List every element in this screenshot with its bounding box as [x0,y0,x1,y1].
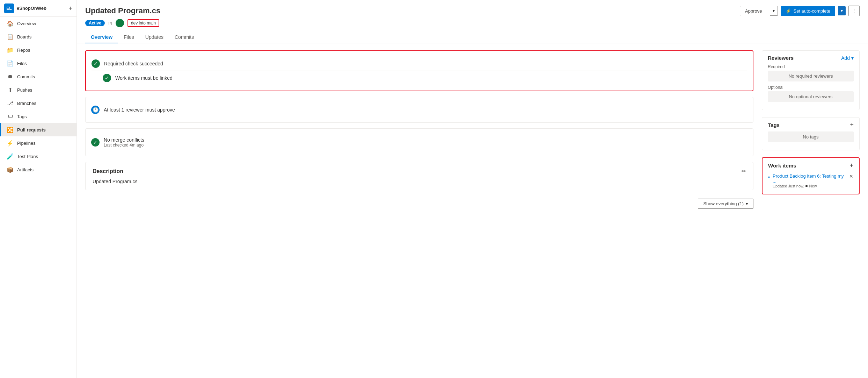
merge-conflicts-label: No merge conflicts [104,137,144,143]
show-everything-row: Show everything (1) ▾ [85,196,753,209]
show-everything-button[interactable]: Show everything (1) ▾ [698,199,753,209]
description-title: Description [93,168,123,174]
left-column: ✓ Required check succeeded ✓ Work items … [85,50,762,371]
reviewer-check-section: 🕐 At least 1 reviewer must approve [85,97,753,123]
pr-branch: dev into main [127,19,159,27]
org-avatar: EL [4,3,14,13]
pushes-icon: ⬆ [7,86,14,93]
work-items-check-icon: ✓ [103,74,111,82]
tab-updates[interactable]: Updates [140,31,169,43]
sidebar-item-branches[interactable]: ⎇ Branches [0,97,76,110]
work-item-info: ▪ Product Backlog Item 6: Testing my ...… [768,173,846,188]
sidebar-label-files: Files [17,61,27,66]
more-options-button[interactable]: ⋮ [848,6,860,16]
main-content: Updated Program.cs Approve ▾ ⚡ Set auto-… [77,0,868,378]
work-item-icon: ▪ [768,174,770,180]
sidebar-item-files[interactable]: 📄 Files [0,57,76,70]
sidebar-item-tags[interactable]: 🏷 Tags [0,110,76,123]
sidebar-add-button[interactable]: + [68,5,72,12]
reviewers-title: Reviewers [768,55,794,61]
tab-overview[interactable]: Overview [85,31,118,43]
tags-section-header: Tags + [768,122,854,128]
pr-id: !4 [108,21,112,26]
sidebar: EL eShopOnWeb + 🏠 Overview 📋 Boards 📁 Re… [0,0,77,378]
description-text: Updated Program.cs [93,179,746,184]
add-reviewer-button[interactable]: Add ▾ [841,55,854,61]
work-item-details: Product Backlog Item 6: Testing my ... U… [773,173,846,188]
sidebar-label-repos: Repos [17,48,30,53]
check-success-icon: ✓ [92,59,100,68]
top-actions: Approve ▾ ⚡ Set auto-complete ▾ ⋮ [740,6,860,16]
reviewer-check-icon: 🕐 [91,106,100,114]
no-tags-label: No tags [768,131,854,142]
pipelines-icon: ⚡ [7,140,14,147]
sidebar-label-artifacts: Artifacts [17,167,34,172]
sidebar-item-pushes[interactable]: ⬆ Pushes [0,83,76,97]
description-header: Description ✏ [93,168,746,174]
commits-icon: ⏺ [7,73,14,80]
work-items-check-item: ✓ Work items must be linked [92,71,747,85]
work-items-section-header: Work items + [768,162,853,169]
sidebar-label-pipelines: Pipelines [17,141,36,146]
content-area: ✓ Required check succeeded ✓ Work items … [77,43,868,378]
nav-items-container: 🏠 Overview 📋 Boards 📁 Repos 📄 Files ⏺ Co… [0,17,76,176]
autocomplete-chevron-button[interactable]: ▾ [838,6,846,15]
merge-conflicts-section: ✓ No merge conflicts Last checked 4m ago [85,128,753,156]
sidebar-item-overview[interactable]: 🏠 Overview [0,17,76,30]
sidebar-item-artifacts[interactable]: 📦 Artifacts [0,163,76,176]
add-tag-button[interactable]: + [850,122,854,128]
sidebar-label-commits: Commits [17,74,35,79]
tab-commits[interactable]: Commits [169,31,199,43]
approve-button[interactable]: Approve [740,6,767,16]
show-everything-chevron-icon: ▾ [746,201,748,206]
tags-title: Tags [768,122,780,128]
show-everything-label: Show everything (1) [703,201,744,206]
artifacts-icon: 📦 [7,166,14,173]
autocomplete-icon: ⚡ [786,8,791,14]
edit-description-button[interactable]: ✏ [742,168,746,174]
sidebar-item-pullrequests[interactable]: 🔀 Pull requests [0,123,76,136]
last-checked-label: Last checked 4m ago [104,143,144,148]
right-column: Reviewers Add ▾ Required No required rev… [762,50,860,371]
approve-chevron-button[interactable]: ▾ [770,6,778,16]
files-icon: 📄 [7,60,14,67]
active-badge: Active [85,20,105,26]
work-item-title[interactable]: Product Backlog Item 6: Testing my ... [773,173,846,184]
sidebar-item-pipelines[interactable]: ⚡ Pipelines [0,136,76,150]
description-section: Description ✏ Updated Program.cs [85,162,753,190]
required-label: Required [768,64,854,69]
pr-title: Updated Program.cs [85,6,160,15]
pr-meta: Active !4 dev into main [77,16,868,27]
autocomplete-button[interactable]: ⚡ Set auto-complete [781,6,835,16]
tags-icon: 🏷 [7,113,14,120]
sidebar-item-commits[interactable]: ⏺ Commits [0,70,76,83]
remove-work-item-button[interactable]: ✕ [849,173,853,179]
repos-icon: 📁 [7,47,14,54]
tags-section: Tags + No tags [762,117,860,150]
required-check-item: ✓ Required check succeeded [92,57,747,71]
add-work-item-button[interactable]: + [849,162,853,169]
sidebar-item-testplans[interactable]: 🧪 Test Plans [0,150,76,163]
avatar [116,19,124,27]
sidebar-header: EL eShopOnWeb + [0,0,76,17]
sidebar-item-boards[interactable]: 📋 Boards [0,30,76,43]
work-items-check-label: Work items must be linked [115,75,173,81]
reviewer-check-label: At least 1 reviewer must approve [104,107,175,113]
sidebar-label-tags: Tags [17,114,27,119]
work-item-subtitle: Updated Just now, New [773,184,846,188]
autocomplete-label: Set auto-complete [793,8,830,14]
work-items-title: Work items [768,163,796,169]
merge-conflicts-item: ✓ No merge conflicts Last checked 4m ago [91,134,747,150]
overview-icon: 🏠 [7,20,14,27]
branches-icon: ⎇ [7,100,14,107]
reviewer-check-item: 🕐 At least 1 reviewer must approve [91,103,747,117]
status-dot [805,185,808,187]
sidebar-label-testplans: Test Plans [17,154,38,159]
required-check-label: Required check succeeded [104,61,163,66]
boards-icon: 📋 [7,33,14,40]
required-check-section: ✓ Required check succeeded ✓ Work items … [85,50,753,91]
sidebar-item-repos[interactable]: 📁 Repos [0,43,76,57]
top-bar: Updated Program.cs Approve ▾ ⚡ Set auto-… [77,0,868,16]
tab-files[interactable]: Files [118,31,140,43]
sidebar-label-overview: Overview [17,21,36,26]
